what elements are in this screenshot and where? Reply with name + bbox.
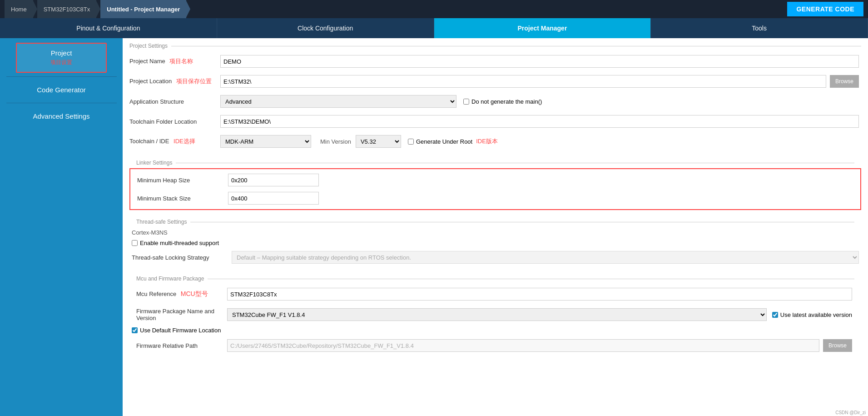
- enable-thread-row: Enable multi-threaded support: [129, 238, 861, 248]
- project-location-row: Project Location 项目保存位置 Browse: [123, 71, 868, 91]
- tab-pinout[interactable]: Pinout & Configuration: [0, 18, 217, 38]
- app-structure-row: Application Structure Advanced Basic Do …: [123, 91, 868, 111]
- tab-clock[interactable]: Clock Configuration: [217, 18, 434, 38]
- content-area: Project Settings Project Name 项目名称 Proje…: [123, 38, 868, 416]
- breadcrumb-mcu[interactable]: STM32F103C8Tx: [37, 0, 97, 18]
- linker-settings-section: Linker Settings Minimum Heap Size Minimu…: [129, 155, 861, 210]
- toolchain-ide-label: Toolchain / IDE IDE选择: [129, 137, 220, 145]
- toolchain-folder-input[interactable]: [220, 115, 859, 128]
- project-location-input[interactable]: [220, 75, 826, 88]
- breadcrumb-arrow-1: [33, 0, 37, 18]
- mcu-reference-label: Mcu Reference MCU型号: [136, 290, 227, 298]
- breadcrumb-home[interactable]: Home: [5, 0, 33, 18]
- toolchain-folder-label: Toolchain Folder Location: [129, 118, 220, 125]
- thread-locking-row: Thread-safe Locking Strategy Default – M…: [129, 248, 861, 266]
- use-latest-checkbox[interactable]: [772, 312, 778, 318]
- tab-bar: Pinout & Configuration Clock Configurati…: [0, 18, 868, 38]
- generate-code-button[interactable]: GENERATE CODE: [787, 2, 863, 16]
- firmware-pkg-label: Firmware Package Name and Version: [136, 308, 227, 321]
- use-default-fw-checkbox[interactable]: [132, 327, 138, 333]
- tab-project-manager[interactable]: Project Manager: [434, 18, 651, 38]
- tab-tools[interactable]: Tools: [651, 18, 868, 38]
- toolchain-ide-select[interactable]: MDK-ARM IAR STM32CubeIDE: [220, 135, 311, 148]
- app-structure-label: Application Structure: [129, 98, 220, 105]
- toolchain-folder-row: Toolchain Folder Location: [123, 111, 868, 131]
- generate-under-root-label: Generate Under Root: [408, 138, 472, 145]
- sidebar: Project 项目设置 Code Generator Advanced Set…: [0, 38, 123, 416]
- mcu-reference-cn: MCU型号: [181, 290, 208, 297]
- mcu-firmware-header: Mcu and Firmware Package: [129, 271, 861, 284]
- linker-settings-header: Linker Settings: [129, 155, 861, 168]
- sidebar-item-code-generator[interactable]: Code Generator: [16, 80, 107, 99]
- thread-locking-select[interactable]: Default – Mapping suitable strategy depe…: [232, 251, 859, 264]
- project-name-input[interactable]: [220, 55, 859, 68]
- use-latest-label: Use latest available version: [772, 311, 852, 318]
- breadcrumb-project-manager[interactable]: Untitled - Project Manager: [100, 0, 186, 18]
- min-heap-input[interactable]: [228, 174, 319, 186]
- min-stack-label: Minimum Stack Size: [137, 195, 228, 202]
- main-layout: Project 项目设置 Code Generator Advanced Set…: [0, 38, 868, 416]
- cortex-label: Cortex-M3NS: [129, 227, 861, 238]
- thread-safe-header: Thread-safe Settings: [129, 214, 861, 227]
- breadcrumb-arrow-2: [96, 0, 100, 18]
- app-structure-select[interactable]: Advanced Basic: [220, 95, 456, 108]
- project-name-label: Project Name 项目名称: [129, 57, 220, 65]
- enable-thread-checkbox[interactable]: [132, 240, 138, 246]
- min-stack-row: Minimum Stack Size: [135, 189, 856, 207]
- do-not-generate-label: Do not generate the main(): [463, 98, 542, 105]
- firmware-rel-path-label: Firmware Relative Path: [136, 342, 227, 349]
- enable-thread-label: Enable multi-threaded support: [140, 240, 219, 246]
- sidebar-divider-1: [6, 76, 117, 77]
- toolchain-ide-row: Toolchain / IDE IDE选择 MDK-ARM IAR STM32C…: [123, 131, 868, 151]
- generate-under-root-checkbox[interactable]: [408, 139, 414, 145]
- mcu-firmware-section: Mcu and Firmware Package Mcu Reference M…: [123, 269, 868, 358]
- use-default-fw-row: Use Default Firmware Location: [129, 325, 861, 336]
- breadcrumb-arrow-3: [186, 0, 190, 18]
- thread-locking-label: Thread-safe Locking Strategy: [132, 254, 232, 261]
- sidebar-item-advanced-settings[interactable]: Advanced Settings: [16, 107, 107, 125]
- min-heap-row: Minimum Heap Size: [135, 171, 856, 189]
- min-version-label: Min Version: [320, 138, 351, 145]
- mcu-reference-input[interactable]: [227, 288, 852, 301]
- firmware-rel-path-row: Firmware Relative Path Browse: [129, 336, 861, 356]
- browse-firmware-button[interactable]: Browse: [823, 339, 852, 352]
- min-version-select[interactable]: V5.32 V5.27: [356, 135, 401, 148]
- min-stack-input[interactable]: [228, 192, 319, 205]
- project-settings-header: Project Settings: [123, 38, 868, 51]
- thread-safe-section: Thread-safe Settings Cortex-M3NS Enable …: [123, 212, 868, 269]
- mcu-reference-row: Mcu Reference MCU型号: [129, 284, 861, 304]
- do-not-generate-checkbox[interactable]: [463, 99, 469, 105]
- project-location-label: Project Location 项目保存位置: [129, 77, 220, 85]
- min-heap-label: Minimum Heap Size: [137, 177, 228, 184]
- use-default-fw-label: Use Default Firmware Location: [140, 327, 221, 334]
- firmware-rel-path-input[interactable]: [227, 339, 819, 352]
- linker-settings-box: Minimum Heap Size Minimum Stack Size: [129, 168, 861, 210]
- top-bar: Home STM32F103C8Tx Untitled - Project Ma…: [0, 0, 868, 18]
- sidebar-divider-2: [6, 103, 117, 103]
- browse-location-button[interactable]: Browse: [830, 75, 859, 88]
- sidebar-item-project[interactable]: Project 项目设置: [16, 43, 107, 73]
- firmware-pkg-row: Firmware Package Name and Version STM32C…: [129, 304, 861, 325]
- watermark: CSDN @Dir_zi: [835, 410, 866, 415]
- firmware-pkg-select[interactable]: STM32Cube FW_F1 V1.8.4: [227, 308, 767, 321]
- project-name-row: Project Name 项目名称: [123, 51, 868, 71]
- ide-version-cn: IDE版本: [476, 137, 498, 145]
